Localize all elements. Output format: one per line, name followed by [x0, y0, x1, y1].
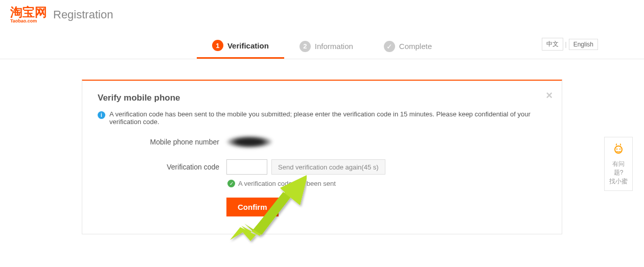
help-text-2: 找小蜜 — [608, 177, 629, 186]
logo-cn: 淘宝网 — [10, 6, 47, 18]
verification-code-input[interactable] — [226, 159, 267, 175]
lang-separator: | — [565, 41, 567, 48]
resend-code-button[interactable]: Send verification code again(45 s) — [271, 159, 385, 175]
phone-number-redacted — [226, 136, 272, 148]
step-num-1: 1 — [212, 40, 223, 51]
taobao-logo[interactable]: 淘宝网 Taobao.com — [10, 6, 47, 23]
help-widget[interactable]: 有问题? 找小蜜 — [604, 137, 633, 191]
svg-point-5 — [616, 149, 617, 150]
svg-point-6 — [619, 149, 620, 150]
step-complete: ✓ Complete — [369, 34, 447, 59]
notice-text: A verification code has been sent to the… — [109, 110, 546, 126]
logo-en: Taobao.com — [10, 18, 47, 23]
help-text-1: 有问题? — [608, 160, 629, 177]
success-check-icon: ✓ — [227, 180, 235, 187]
label-phone: Mobile phone number — [98, 138, 226, 146]
label-code: Verification code — [98, 163, 226, 171]
code-sent-message: ✓ A verification code has been sent — [227, 180, 546, 187]
confirm-button[interactable]: Confirm — [226, 198, 279, 216]
step-label-1: Verification — [227, 41, 269, 50]
close-icon[interactable]: × — [546, 90, 553, 101]
info-icon: i — [98, 111, 105, 119]
bee-icon — [608, 142, 629, 157]
panel-title: Verify mobile phone — [98, 93, 546, 103]
step-label-2: Information — [315, 42, 353, 51]
verify-panel: × Verify mobile phone i A verification c… — [82, 80, 562, 234]
step-label-3: Complete — [399, 42, 432, 51]
page-title: Registration — [53, 8, 113, 21]
step-num-2: 2 — [300, 41, 311, 52]
step-verification: 1 Verification — [197, 34, 284, 59]
check-icon: ✓ — [384, 41, 395, 52]
lang-en-button[interactable]: English — [569, 39, 598, 50]
code-sent-text: A verification code has been sent — [238, 180, 336, 187]
notice: i A verification code has been sent to t… — [98, 110, 546, 126]
lang-cn-button[interactable]: 中文 — [542, 38, 563, 51]
step-information: 2 Information — [284, 34, 369, 59]
